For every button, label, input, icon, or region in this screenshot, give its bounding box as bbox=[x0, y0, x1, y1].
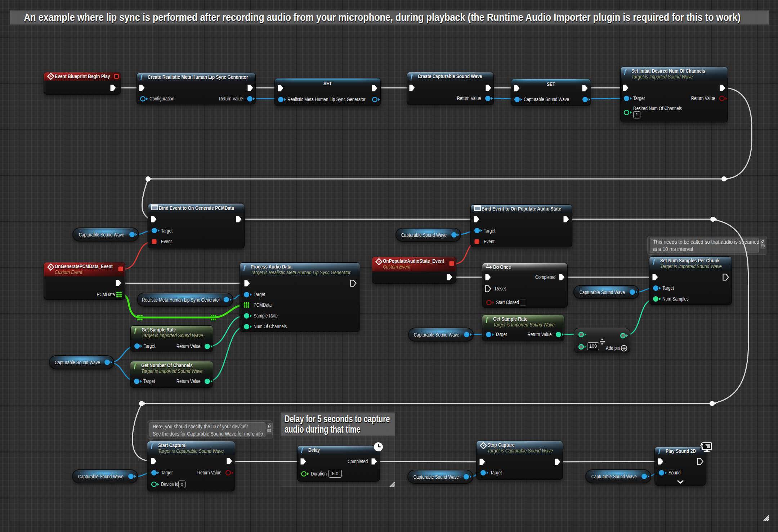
svg-text:f: f bbox=[243, 264, 246, 271]
svg-text:f: f bbox=[411, 73, 413, 80]
svg-text:f: f bbox=[653, 258, 656, 265]
svg-text:f: f bbox=[624, 68, 627, 75]
svg-text:f: f bbox=[134, 327, 137, 334]
svg-text:f: f bbox=[301, 446, 304, 453]
svg-text:f: f bbox=[486, 316, 489, 323]
svg-text:f: f bbox=[658, 447, 661, 454]
svg-text:f: f bbox=[140, 73, 143, 80]
svg-text:f: f bbox=[134, 362, 137, 369]
svg-text:1: 1 bbox=[487, 263, 488, 267]
svg-text:f: f bbox=[151, 442, 154, 449]
